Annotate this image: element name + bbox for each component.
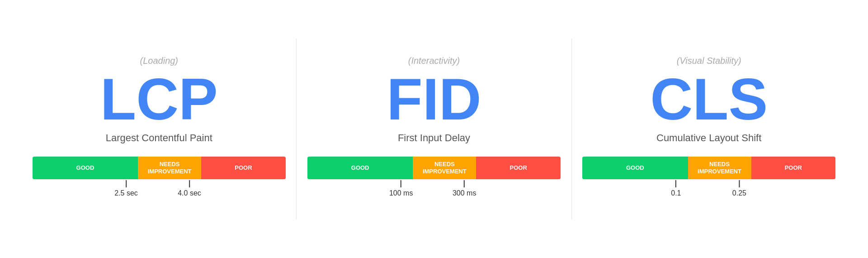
lcp-good-segment: GOOD <box>33 157 138 179</box>
lcp-bar: GOOD NEEDSIMPROVEMENT POOR <box>33 157 286 179</box>
cls-bar: GOOD NEEDSIMPROVEMENT POOR <box>582 157 835 179</box>
fid-card: (Interactivity) FID First Input Delay GO… <box>307 56 561 203</box>
fid-threshold-1: 100 ms <box>389 180 413 197</box>
fid-name: First Input Delay <box>398 132 470 144</box>
cls-subtitle: (Visual Stability) <box>677 56 741 66</box>
cls-good-segment: GOOD <box>582 157 688 179</box>
cls-threshold-1: 0.1 <box>671 180 681 197</box>
fid-needs-segment: NEEDSIMPROVEMENT <box>413 157 476 179</box>
lcp-bar-wrapper: GOOD NEEDSIMPROVEMENT POOR 2.5 sec 4.0 s… <box>33 157 286 203</box>
lcp-threshold-1: 2.5 sec <box>114 180 138 197</box>
fid-poor-segment: POOR <box>476 157 561 179</box>
fid-acronym: FID <box>387 70 481 129</box>
fid-bar-labels: 100 ms 300 ms <box>307 180 561 203</box>
fid-good-segment: GOOD <box>307 157 413 179</box>
lcp-name: Largest Contentful Paint <box>106 132 212 144</box>
cls-poor-segment: POOR <box>751 157 836 179</box>
fid-bar: GOOD NEEDSIMPROVEMENT POOR <box>307 157 561 179</box>
lcp-poor-segment: POOR <box>201 157 286 179</box>
divider-1 <box>296 38 297 220</box>
cls-name: Cumulative Layout Shift <box>656 132 761 144</box>
lcp-card: (Loading) LCP Largest Contentful Paint G… <box>33 56 286 203</box>
lcp-threshold-2: 4.0 sec <box>178 180 201 197</box>
fid-bar-wrapper: GOOD NEEDSIMPROVEMENT POOR 100 ms 300 ms <box>307 157 561 203</box>
lcp-bar-labels: 2.5 sec 4.0 sec <box>33 180 286 203</box>
lcp-subtitle: (Loading) <box>140 56 179 66</box>
main-container: (Loading) LCP Largest Contentful Paint G… <box>27 38 841 220</box>
cls-card: (Visual Stability) CLS Cumulative Layout… <box>582 56 835 203</box>
lcp-needs-segment: NEEDSIMPROVEMENT <box>138 157 201 179</box>
fid-subtitle: (Interactivity) <box>408 56 460 66</box>
cls-bar-labels: 0.1 0.25 <box>582 180 835 203</box>
cls-bar-wrapper: GOOD NEEDSIMPROVEMENT POOR 0.1 0.25 <box>582 157 835 203</box>
cls-needs-segment: NEEDSIMPROVEMENT <box>688 157 751 179</box>
cls-acronym: CLS <box>650 70 768 129</box>
divider-2 <box>571 38 572 220</box>
fid-threshold-2: 300 ms <box>453 180 476 197</box>
cls-threshold-2: 0.25 <box>732 180 746 197</box>
lcp-acronym: LCP <box>100 70 218 129</box>
